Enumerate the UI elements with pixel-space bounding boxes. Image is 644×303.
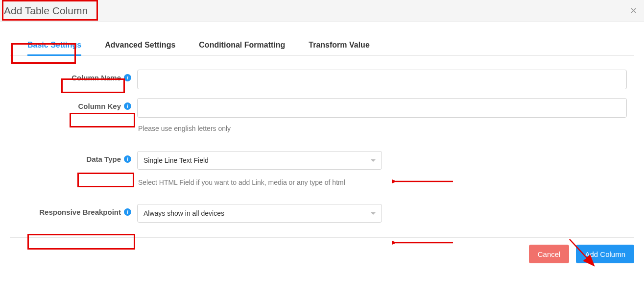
column-key-input[interactable] [137,98,627,118]
info-icon[interactable]: i [124,155,131,163]
column-key-help: Please use english letters only [137,125,627,132]
row-data-type: Data Type i Single Line Text Field Selec… [10,151,634,186]
data-type-help: Select HTML Field if you want to add Lin… [137,178,627,186]
label-column-key-text: Column Key [78,102,121,110]
label-column-name: Column Name i [10,70,137,82]
info-icon[interactable]: i [124,74,131,81]
add-column-button[interactable]: Add Column [576,245,634,263]
tab-conditional-formatting[interactable]: Conditional Formatting [199,41,285,56]
data-type-select[interactable]: Single Line Text Field [137,151,382,170]
close-icon[interactable]: ✕ [630,5,637,16]
info-icon[interactable]: i [124,102,131,110]
label-data-type-text: Data Type [86,155,121,163]
info-icon[interactable]: i [124,208,131,216]
modal-header: Add Table Column ✕ [0,0,644,22]
breakpoint-selected: Always show in all devices [143,209,224,217]
modal-title: Add Table Column [4,5,88,17]
cancel-button[interactable]: Cancel [529,245,570,263]
breakpoint-select[interactable]: Always show in all devices [137,204,382,223]
label-breakpoint: Responsive Breakpoint i [10,204,137,216]
tab-transform-value[interactable]: Transform Value [309,41,370,56]
row-column-key: Column Key i Please use english letters … [10,98,634,132]
label-data-type: Data Type i [10,151,137,163]
tab-advanced-settings[interactable]: Advanced Settings [105,41,175,56]
form-area: Column Name i Column Key i Please use en… [0,56,644,227]
column-name-input[interactable] [137,70,627,89]
tab-basic-settings[interactable]: Basic Settings [27,41,81,56]
label-column-name-text: Column Name [72,74,121,82]
label-breakpoint-text: Responsive Breakpoint [39,208,121,216]
data-type-selected: Single Line Text Field [143,156,209,164]
chevron-down-icon [371,159,376,162]
modal-footer: Cancel Add Column [10,237,634,263]
row-column-name: Column Name i [10,70,634,89]
tabs: Basic Settings Advanced Settings Conditi… [10,22,634,56]
row-breakpoint: Responsive Breakpoint i Always show in a… [10,204,634,223]
chevron-down-icon [371,212,376,215]
label-column-key: Column Key i [10,98,137,110]
